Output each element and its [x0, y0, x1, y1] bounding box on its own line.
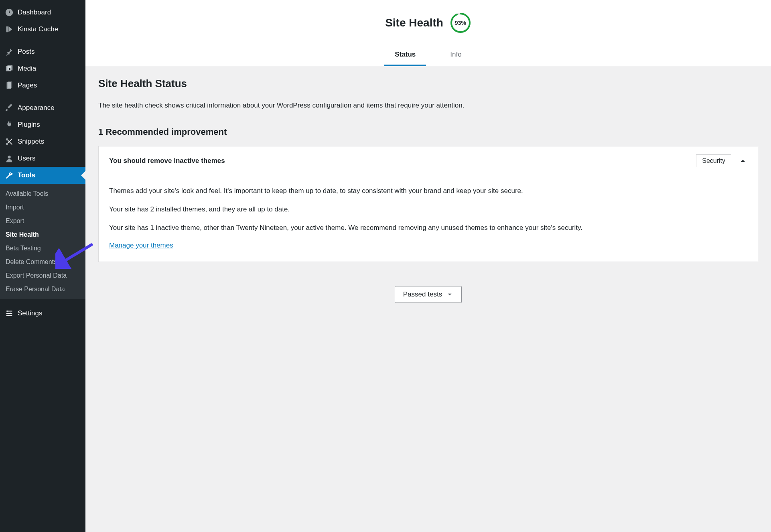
main-content: Site Health 93% Status Info Site Health …	[85, 0, 771, 532]
sidebar-item-label: Dashboard	[18, 8, 51, 16]
recommended-improvements-heading: 1 Recommended improvement	[98, 127, 758, 137]
passed-tests-button[interactable]: Passed tests	[395, 286, 462, 303]
admin-sidebar: Dashboard Kinsta Cache Posts Media Pages…	[0, 0, 85, 532]
sidebar-separator	[0, 299, 85, 305]
sidebar-item-media[interactable]: Media	[0, 60, 85, 77]
sidebar-item-tools[interactable]: Tools	[0, 167, 85, 184]
submenu-import[interactable]: Import	[0, 201, 85, 214]
status-description: The site health check shows critical inf…	[98, 100, 758, 111]
issue-title: You should remove inactive themes	[109, 157, 225, 165]
sidebar-item-label: Snippets	[18, 138, 44, 146]
sidebar-item-label: Tools	[18, 171, 35, 179]
wrench-icon	[5, 171, 14, 180]
sidebar-item-users[interactable]: Users	[0, 150, 85, 167]
sidebar-item-label: Users	[18, 154, 35, 162]
tools-submenu: Available Tools Import Export Site Healt…	[0, 184, 85, 299]
chevron-up-icon	[739, 156, 747, 165]
submenu-available-tools[interactable]: Available Tools	[0, 187, 85, 201]
media-icon	[5, 64, 14, 73]
status-section-title: Site Health Status	[98, 77, 758, 90]
sidebar-item-label: Kinsta Cache	[18, 25, 58, 33]
issue-card-header[interactable]: You should remove inactive themes Securi…	[99, 146, 758, 175]
issue-card-body: Themes add your site's look and feel. It…	[99, 175, 758, 262]
health-tabs: Status Info	[93, 46, 763, 66]
sidebar-item-appearance[interactable]: Appearance	[0, 99, 85, 116]
sidebar-separator	[0, 38, 85, 43]
sidebar-item-label: Media	[18, 65, 36, 73]
health-progress-value: 93%	[450, 12, 471, 34]
plug-icon	[5, 120, 14, 129]
sidebar-item-posts[interactable]: Posts	[0, 43, 85, 60]
sidebar-item-label: Pages	[18, 81, 37, 89]
issue-badge-security: Security	[696, 154, 731, 167]
dashboard-icon	[5, 8, 14, 17]
manage-themes-link[interactable]: Manage your themes	[109, 242, 173, 249]
page-title: Site Health	[385, 16, 443, 29]
sidebar-item-dashboard[interactable]: Dashboard	[0, 4, 85, 21]
pin-icon	[5, 47, 14, 56]
kinsta-icon	[5, 25, 14, 34]
sidebar-item-label: Settings	[18, 309, 42, 317]
chevron-down-icon	[446, 291, 453, 298]
page-header: Site Health 93% Status Info	[85, 0, 771, 66]
submenu-export-personal-data[interactable]: Export Personal Data	[0, 269, 85, 282]
health-progress-indicator: 93%	[450, 12, 471, 34]
sidebar-item-label: Appearance	[18, 104, 55, 112]
sidebar-item-plugins[interactable]: Plugins	[0, 116, 85, 133]
submenu-site-health[interactable]: Site Health	[0, 228, 85, 242]
sidebar-item-pages[interactable]: Pages	[0, 77, 85, 94]
issue-paragraph: Your site has 1 inactive theme, other th…	[109, 223, 747, 233]
submenu-erase-personal-data[interactable]: Erase Personal Data	[0, 282, 85, 296]
user-icon	[5, 154, 14, 163]
sliders-icon	[5, 309, 14, 318]
brush-icon	[5, 104, 14, 112]
submenu-delete-comments[interactable]: Delete Comments	[0, 255, 85, 269]
pages-icon	[5, 81, 14, 90]
sidebar-item-label: Plugins	[18, 121, 40, 129]
issue-paragraph: Themes add your site's look and feel. It…	[109, 186, 747, 196]
sidebar-item-label: Posts	[18, 48, 35, 56]
submenu-export[interactable]: Export	[0, 214, 85, 228]
sidebar-item-settings[interactable]: Settings	[0, 305, 85, 322]
content-area: Site Health Status The site health check…	[85, 66, 771, 314]
submenu-beta-testing[interactable]: Beta Testing	[0, 242, 85, 255]
tab-status[interactable]: Status	[392, 46, 419, 66]
passed-tests-label: Passed tests	[403, 290, 442, 298]
issue-card: You should remove inactive themes Securi…	[98, 146, 758, 262]
tab-info[interactable]: Info	[447, 46, 465, 66]
sidebar-item-kinsta-cache[interactable]: Kinsta Cache	[0, 21, 85, 38]
sidebar-separator	[0, 94, 85, 99]
sidebar-item-snippets[interactable]: Snippets	[0, 133, 85, 150]
scissors-icon	[5, 137, 14, 146]
issue-paragraph: Your site has 2 installed themes, and th…	[109, 204, 747, 215]
